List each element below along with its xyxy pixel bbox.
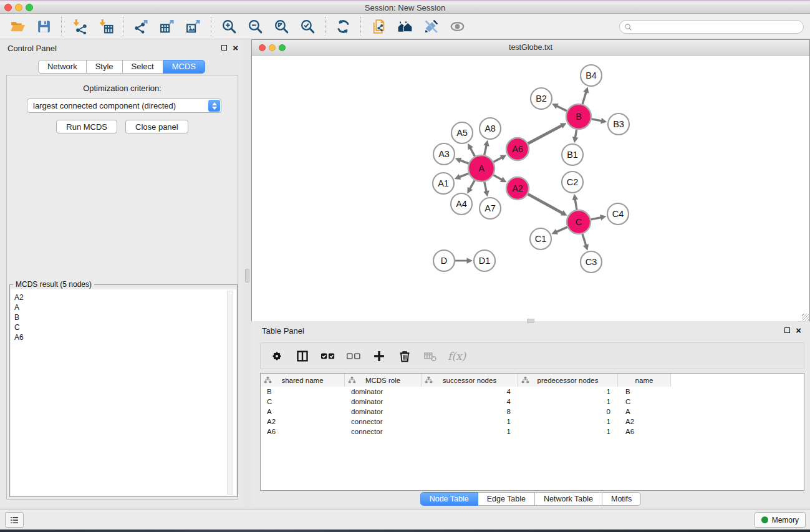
export-table-button[interactable]	[158, 17, 176, 36]
run-mcds-button[interactable]: Run MCDS	[56, 120, 117, 133]
refresh-network-button[interactable]	[334, 17, 352, 36]
graph-edge-C-C2[interactable]	[575, 199, 577, 210]
delete-table-button	[422, 348, 438, 364]
import-table-button[interactable]	[96, 17, 115, 36]
arrowhead-icon	[483, 190, 489, 196]
graph-edge-A6-B[interactable]	[528, 125, 562, 143]
graph-edge-A2-C[interactable]	[528, 194, 563, 213]
graph-edge-A-A2[interactable]	[493, 175, 502, 180]
zoom-fit-button[interactable]	[272, 17, 291, 36]
column-header-mcds-role[interactable]: MCDS role	[345, 374, 422, 387]
criterion-dropdown[interactable]: largest connected component (directed)	[27, 99, 221, 113]
table-row[interactable]: A2connector11A2	[261, 417, 804, 427]
table-row[interactable]: Bdominator41B	[261, 387, 804, 397]
memory-button[interactable]: Memory	[755, 512, 806, 528]
graph-edge-A-A4[interactable]	[470, 180, 475, 189]
horizontal-splitter-handle[interactable]	[527, 319, 534, 323]
graph-edge-B-B2[interactable]	[557, 106, 567, 111]
graph-edge-A-A3[interactable]	[460, 160, 469, 163]
table-tab-node-table[interactable]: Node Table	[420, 492, 478, 506]
graph-edge-B-B3[interactable]	[592, 119, 602, 121]
result-item[interactable]: A2	[14, 293, 236, 302]
table-cell: 4	[422, 387, 518, 397]
close-panel-button[interactable]: Close panel	[125, 120, 188, 133]
table-tab-edge-table[interactable]: Edge Table	[478, 492, 535, 506]
table-tab-network-table[interactable]: Network Table	[534, 492, 602, 506]
deselect-all-button[interactable]	[345, 348, 362, 364]
float-panel-icon[interactable]	[221, 45, 227, 51]
toolbar-group	[361, 17, 475, 36]
search-input[interactable]	[633, 21, 803, 32]
graph-edge-C-C3[interactable]	[582, 234, 586, 246]
result-item[interactable]: B	[14, 312, 236, 322]
table-cell: 1	[518, 427, 618, 437]
vertical-splitter[interactable]	[243, 39, 251, 507]
result-item[interactable]: A6	[14, 332, 236, 342]
export-network-button[interactable]	[132, 17, 150, 36]
tab-network[interactable]: Network	[38, 60, 87, 74]
table-cell: C	[618, 397, 671, 407]
column-header-successor-nodes[interactable]: successor nodes	[422, 374, 518, 387]
hide-annotations-button[interactable]	[422, 17, 440, 36]
tab-select[interactable]: Select	[122, 60, 163, 74]
graph-edge-A-A6[interactable]	[493, 157, 501, 162]
network-from-document-button[interactable]	[369, 17, 388, 36]
import-network-button[interactable]	[70, 17, 89, 36]
graph-edge-A-A8[interactable]	[485, 145, 486, 155]
mcds-result-list[interactable]: A2ABCA6	[11, 289, 236, 496]
table-cell: 4	[422, 397, 518, 407]
graph-node-label-B: B	[576, 112, 582, 122]
table-cell: A2	[261, 417, 345, 427]
table-row[interactable]: Cdominator41C	[261, 397, 804, 407]
tab-style[interactable]: Style	[86, 60, 123, 74]
graph-edge-A-A7[interactable]	[485, 181, 486, 191]
app-titlebar[interactable]: Session: New Session	[0, 1, 810, 14]
graph-edge-B-B1[interactable]	[575, 130, 576, 138]
result-list-scrollbar[interactable]	[227, 291, 233, 495]
graph-edge-B-B4[interactable]	[582, 92, 586, 104]
save-session-button[interactable]	[34, 17, 53, 36]
gear-button[interactable]	[269, 348, 285, 364]
table-float-panel-icon[interactable]	[784, 327, 790, 333]
graph-edge-A-A1[interactable]	[460, 173, 469, 177]
column-header-predecessor-nodes[interactable]: predecessor nodes	[518, 374, 618, 387]
node-table[interactable]: shared nameMCDS rolesuccessor nodesprede…	[260, 373, 804, 491]
table-row[interactable]: Adominator80A	[261, 407, 804, 417]
columns-button[interactable]	[294, 348, 311, 364]
graph-edge-C-C1[interactable]	[556, 227, 567, 232]
open-file-button[interactable]	[8, 17, 27, 36]
result-item[interactable]: A	[14, 302, 236, 312]
zoom-out-button[interactable]	[246, 17, 264, 36]
graph-edge-C-C4[interactable]	[591, 218, 601, 220]
column-header-shared-name[interactable]: shared name	[261, 374, 345, 387]
search-field[interactable]	[619, 20, 804, 34]
select-all-button[interactable]	[320, 348, 336, 364]
task-history-button[interactable]	[5, 512, 24, 528]
network-canvas[interactable]: AA1A2A3A4A5A6A7A8BB1B2B3B4CC1C2C3C4DD1	[252, 56, 809, 321]
delete-button[interactable]	[397, 348, 413, 364]
home-button[interactable]	[395, 17, 414, 36]
table-tab-motifs[interactable]: Motifs	[602, 492, 641, 506]
zoom-in-button[interactable]	[219, 17, 238, 36]
table-cell: 0	[518, 407, 618, 417]
toolbar-groups	[0, 14, 475, 39]
tab-mcds[interactable]: MCDS	[163, 60, 205, 74]
network-graph[interactable]: AA1A2A3A4A5A6A7A8BB1B2B3B4CC1C2C3C4DD1	[252, 56, 809, 321]
resize-grip-icon[interactable]	[802, 314, 809, 321]
table-row[interactable]: A6connector11A6	[261, 427, 804, 437]
zoom-selected-button[interactable]	[298, 17, 317, 36]
add-button[interactable]	[371, 348, 387, 364]
mcds-tab-content: Optimization criterion: largest connecte…	[6, 75, 238, 500]
network-window-titlebar[interactable]: testGlobe.txt	[252, 40, 809, 56]
show-graphics-button[interactable]	[448, 17, 466, 36]
close-panel-icon[interactable]: ×	[233, 44, 238, 51]
export-image-button[interactable]	[184, 17, 203, 36]
table-close-panel-icon[interactable]: ×	[796, 327, 801, 334]
graph-edge-A-A5[interactable]	[470, 148, 475, 157]
result-item[interactable]: C	[14, 322, 236, 332]
control-panel-tabs: NetworkStyleSelectMCDS	[0, 60, 243, 74]
table-cell: 1	[422, 417, 518, 427]
splitter-handle[interactable]	[245, 269, 249, 283]
column-header-name[interactable]: name	[618, 374, 671, 387]
function-builder-button[interactable]: f(x)	[448, 350, 466, 362]
